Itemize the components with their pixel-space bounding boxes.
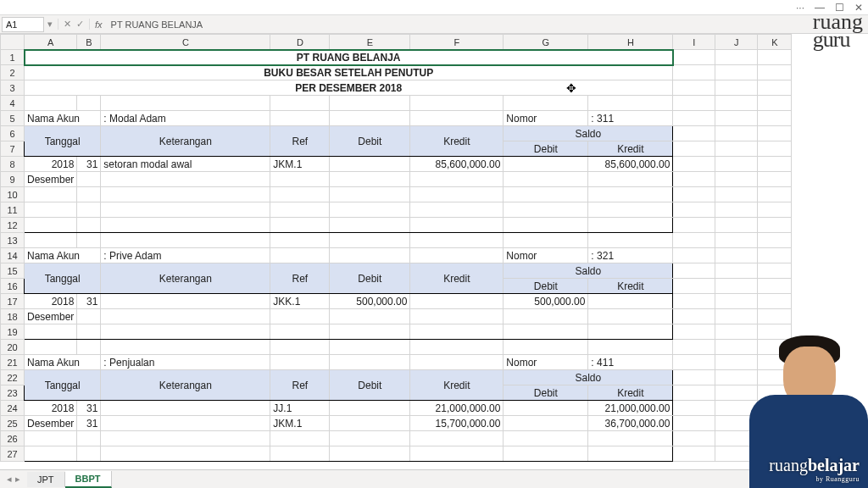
row-header[interactable]: 24 (1, 401, 25, 416)
row-header[interactable]: 16 (1, 279, 25, 294)
name-box[interactable]: A1 (2, 17, 44, 32)
col-header[interactable]: K (758, 35, 792, 50)
cell[interactable]: Keterangan (101, 126, 270, 157)
cell[interactable]: Nama Akun (25, 248, 101, 263)
formula-input[interactable]: PT RUANG BELANJA (108, 18, 868, 31)
cell[interactable]: 15,700,000.00 (410, 416, 504, 431)
cell[interactable] (330, 157, 410, 172)
cell[interactable]: Ref (270, 263, 330, 294)
spreadsheet[interactable]: A B C D E F G H I J K 1 PT RUANG BELANJA… (0, 34, 868, 462)
cell[interactable]: 31 (77, 157, 101, 172)
cell[interactable]: : Penjualan (101, 355, 270, 370)
cell[interactable]: 31 (77, 294, 101, 309)
row-header[interactable]: 22 (1, 370, 25, 385)
cell[interactable]: Kredit (588, 141, 673, 157)
cell[interactable]: : 321 (588, 248, 673, 263)
cell[interactable]: Debit (504, 385, 588, 401)
row-header[interactable]: 23 (1, 385, 25, 401)
row-header[interactable]: 5 (1, 111, 25, 126)
cell[interactable]: Tanggal (25, 263, 101, 294)
row-header[interactable]: 3 (1, 80, 25, 96)
cell[interactable]: JKK.1 (270, 294, 330, 309)
cell[interactable]: Kredit (588, 385, 673, 401)
cell[interactable]: Nomor (504, 111, 588, 126)
cell[interactable]: Debit (504, 279, 588, 294)
cell[interactable]: Kredit (410, 126, 504, 157)
row-header[interactable]: 13 (1, 233, 25, 248)
row-header[interactable]: 19 (1, 324, 25, 340)
cell[interactable]: Keterangan (101, 370, 270, 401)
confirm-icon[interactable]: ✓ (76, 19, 84, 30)
row-header[interactable]: 21 (1, 355, 25, 370)
cell[interactable]: : 411 (588, 355, 673, 370)
cell[interactable]: Debit (504, 141, 588, 157)
cell[interactable]: Nama Akun (25, 111, 101, 126)
col-header[interactable]: F (410, 35, 504, 50)
cell[interactable]: : 311 (588, 111, 673, 126)
cell[interactable]: Desember (25, 309, 77, 324)
cell[interactable]: Nomor (504, 248, 588, 263)
row-header[interactable]: 9 (1, 172, 25, 187)
cell[interactable]: Ref (270, 370, 330, 401)
cell[interactable]: 2018 (25, 157, 77, 172)
cell[interactable]: 31 (77, 416, 101, 431)
row-header[interactable]: 1 (1, 50, 25, 65)
tab-bbpt[interactable]: BBPT (65, 471, 112, 488)
row-header[interactable]: 15 (1, 263, 25, 279)
cell[interactable]: 21,000,000.00 (410, 401, 504, 416)
cell[interactable]: Tanggal (25, 370, 101, 401)
cell[interactable]: 500,000.00 (504, 294, 588, 309)
cell[interactable]: Debit (330, 126, 410, 157)
row-header[interactable]: 18 (1, 309, 25, 324)
tab-jpt[interactable]: JPT (27, 472, 65, 487)
col-header[interactable]: I (673, 35, 715, 50)
cell[interactable]: 31 (77, 401, 101, 416)
cell[interactable]: : Prive Adam (101, 248, 270, 263)
cell[interactable]: Saldo (504, 370, 673, 385)
menu-icon[interactable]: ··· (796, 2, 804, 14)
col-header[interactable]: J (715, 35, 758, 50)
cell[interactable]: Kredit (410, 263, 504, 294)
cell[interactable]: Saldo (504, 263, 673, 279)
cell[interactable]: Desember (25, 172, 77, 187)
cell[interactable]: 500,000.00 (330, 294, 410, 309)
col-header[interactable]: E (330, 35, 410, 50)
cell[interactable]: JJ.1 (270, 401, 330, 416)
tab-prev-icon[interactable]: ◂ (7, 474, 12, 485)
cell[interactable]: JKM.1 (270, 416, 330, 431)
row-header[interactable]: 20 (1, 340, 25, 355)
cell[interactable]: Saldo (504, 126, 673, 141)
tab-next-icon[interactable]: ▸ (15, 474, 20, 485)
row-header[interactable]: 2 (1, 65, 25, 80)
cell[interactable]: JKM.1 (270, 157, 330, 172)
cell[interactable]: Kredit (588, 279, 673, 294)
cell[interactable]: 2018 (25, 401, 77, 416)
cell[interactable]: : Modal Adam (101, 111, 270, 126)
cell[interactable]: Desember (25, 416, 77, 431)
cell[interactable]: 85,600,000.00 (410, 157, 504, 172)
cell[interactable] (588, 294, 673, 309)
cell[interactable]: PT RUANG BELANJA (25, 50, 673, 65)
row-header[interactable]: 4 (1, 96, 25, 111)
col-header[interactable]: D (270, 35, 330, 50)
cancel-icon[interactable]: ✕ (64, 19, 71, 30)
select-all-corner[interactable] (1, 35, 25, 50)
col-header[interactable]: B (77, 35, 101, 50)
row-header[interactable]: 26 (1, 431, 25, 446)
cell[interactable]: 21,000,000.00 (588, 401, 673, 416)
row-header[interactable]: 12 (1, 218, 25, 233)
cell[interactable]: 2018 (25, 294, 77, 309)
name-box-dropdown-icon[interactable]: ▾ (47, 19, 58, 30)
col-header[interactable]: A (25, 35, 77, 50)
cell[interactable]: 85,600,000.00 (588, 157, 673, 172)
row-header[interactable]: 6 (1, 126, 25, 141)
cell[interactable]: Nama Akun (25, 355, 101, 370)
row-header[interactable]: 25 (1, 416, 25, 431)
cell[interactable] (410, 294, 504, 309)
cell[interactable] (101, 294, 270, 309)
cell[interactable]: BUKU BESAR SETELAH PENUTUP (25, 65, 673, 80)
cell[interactable]: Keterangan (101, 263, 270, 294)
row-header[interactable]: 7 (1, 141, 25, 157)
fx-icon[interactable]: fx (90, 19, 108, 30)
col-header[interactable]: C (101, 35, 270, 50)
